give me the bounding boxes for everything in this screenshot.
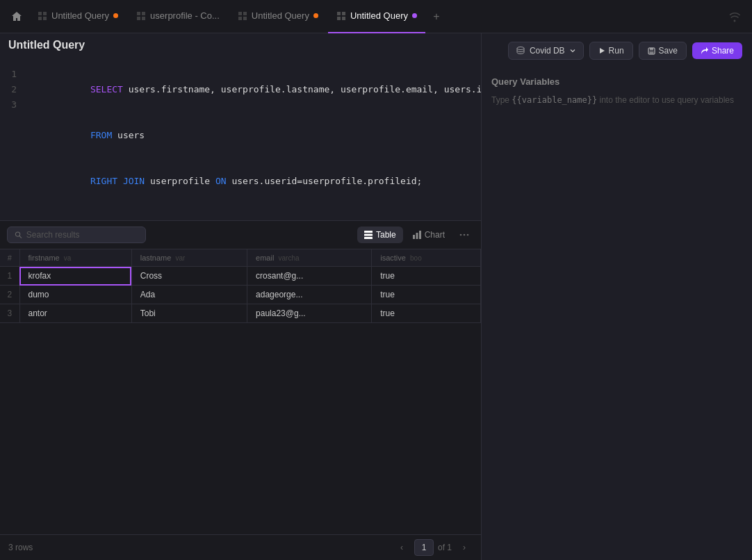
row-count: 3 rows bbox=[8, 543, 33, 552]
editor-area: Untitled Query 1 2 3 SELECT users.firstn… bbox=[0, 33, 481, 221]
tab-dot-4 bbox=[412, 13, 417, 18]
tab-dot-3 bbox=[313, 13, 318, 18]
chart-icon bbox=[413, 231, 421, 239]
run-button[interactable]: Run bbox=[589, 42, 633, 60]
cell-isactive[interactable]: true bbox=[372, 267, 481, 286]
line-number-1: 1 bbox=[0, 67, 17, 82]
save-icon bbox=[648, 47, 655, 55]
tab-untitled-query-4[interactable]: Untitled Query bbox=[328, 0, 425, 33]
grid-icon-1 bbox=[38, 11, 47, 21]
cell-firstname[interactable]: antor bbox=[19, 304, 131, 323]
svg-line-17 bbox=[19, 236, 22, 238]
svg-rect-22 bbox=[416, 233, 418, 239]
svg-rect-30 bbox=[650, 48, 653, 51]
tab-dot-1 bbox=[113, 13, 118, 18]
svg-point-24 bbox=[460, 234, 462, 236]
svg-rect-18 bbox=[364, 231, 373, 233]
svg-rect-19 bbox=[364, 234, 373, 236]
svg-rect-21 bbox=[413, 235, 415, 239]
tab-untitled-query-1[interactable]: Untitled Query bbox=[29, 0, 126, 33]
save-label: Save bbox=[659, 46, 678, 56]
share-icon bbox=[701, 47, 708, 55]
cell-email[interactable]: paula23@g... bbox=[247, 304, 372, 323]
cell-row-num: 2 bbox=[0, 286, 19, 304]
line-numbers: 1 2 3 bbox=[0, 61, 25, 220]
code-editor[interactable]: 1 2 3 SELECT users.firstname, userprofil… bbox=[0, 33, 481, 220]
cell-isactive[interactable]: true bbox=[372, 286, 481, 304]
cell-isactive[interactable]: true bbox=[372, 304, 481, 323]
svg-rect-6 bbox=[137, 17, 140, 20]
table-row: 1 krofax Cross crosant@g... true bbox=[0, 267, 481, 286]
cell-email[interactable]: adageorge... bbox=[247, 286, 372, 304]
col-header-isactive: isactive boo bbox=[372, 249, 481, 267]
svg-rect-7 bbox=[142, 17, 145, 20]
table-row: 2 dumo Ada adageorge... true bbox=[0, 286, 481, 304]
chevron-down-icon bbox=[569, 47, 576, 54]
svg-rect-1 bbox=[43, 12, 47, 15]
svg-rect-2 bbox=[38, 17, 42, 20]
pagination: ‹ 1 of 1 › bbox=[393, 539, 473, 556]
left-panel: Untitled Query 1 2 3 SELECT users.firstn… bbox=[0, 33, 481, 560]
svg-rect-23 bbox=[419, 231, 421, 239]
prev-page-button[interactable]: ‹ bbox=[393, 539, 410, 556]
table-view-button[interactable]: Table bbox=[357, 227, 403, 243]
svg-rect-9 bbox=[243, 12, 247, 15]
cell-firstname[interactable]: dumo bbox=[19, 286, 131, 304]
col-header-email: email varcha bbox=[247, 249, 372, 267]
save-button[interactable]: Save bbox=[639, 42, 687, 60]
line-number-2: 2 bbox=[0, 82, 17, 97]
col-header-num: # bbox=[0, 249, 19, 267]
db-icon bbox=[516, 46, 525, 56]
svg-rect-4 bbox=[137, 12, 140, 15]
cell-row-num: 1 bbox=[0, 267, 19, 286]
svg-point-27 bbox=[517, 47, 524, 50]
run-label: Run bbox=[609, 46, 624, 56]
chart-view-label: Chart bbox=[425, 230, 445, 240]
svg-point-25 bbox=[464, 234, 466, 236]
main-content: Untitled Query 1 2 3 SELECT users.firstn… bbox=[0, 33, 752, 560]
results-toolbar: Table Chart bbox=[0, 221, 481, 249]
share-button[interactable]: Share bbox=[692, 42, 742, 59]
search-icon bbox=[15, 231, 22, 239]
svg-rect-14 bbox=[337, 17, 341, 20]
new-tab-button[interactable]: + bbox=[427, 7, 446, 26]
search-input[interactable] bbox=[26, 230, 138, 240]
svg-rect-15 bbox=[342, 17, 345, 20]
home-button[interactable] bbox=[6, 6, 28, 28]
code-line-2: FROM users bbox=[25, 113, 481, 158]
results-footer: 3 rows ‹ 1 of 1 › bbox=[0, 534, 481, 560]
ellipsis-icon bbox=[459, 230, 469, 240]
cell-lastname[interactable]: Ada bbox=[131, 286, 247, 304]
code-line-3: RIGHT JOIN userprofile ON users.userid=u… bbox=[25, 158, 481, 204]
table-container[interactable]: # firstname va lastname var email varcha… bbox=[0, 249, 481, 534]
table-icon bbox=[364, 231, 373, 239]
code-line-1: SELECT users.firstname, userprofile.last… bbox=[25, 67, 481, 113]
next-page-button[interactable]: › bbox=[456, 539, 473, 556]
tab-untitled-query-3[interactable]: Untitled Query bbox=[229, 0, 327, 33]
tab-label-4: Untitled Query bbox=[350, 10, 408, 21]
tab-userprofile[interactable]: userprofile - Co... bbox=[128, 0, 228, 33]
tab-label-1: Untitled Query bbox=[51, 10, 109, 21]
svg-rect-13 bbox=[342, 12, 345, 15]
col-header-lastname: lastname var bbox=[131, 249, 247, 267]
chart-view-button[interactable]: Chart bbox=[406, 227, 452, 243]
code-content[interactable]: SELECT users.firstname, userprofile.last… bbox=[25, 61, 481, 220]
grid-icon-2 bbox=[136, 11, 146, 21]
play-icon bbox=[598, 47, 605, 54]
cell-lastname[interactable]: Tobi bbox=[131, 304, 247, 323]
search-box[interactable] bbox=[7, 227, 146, 243]
cell-lastname[interactable]: Cross bbox=[131, 267, 247, 286]
db-selector[interactable]: Covid DB bbox=[508, 42, 584, 60]
cell-email[interactable]: crosant@g... bbox=[247, 267, 372, 286]
svg-rect-8 bbox=[238, 12, 242, 15]
share-label: Share bbox=[712, 46, 734, 56]
cell-firstname[interactable]: krofax bbox=[19, 267, 131, 286]
page-title: Untitled Query bbox=[8, 39, 85, 51]
current-page: 1 bbox=[414, 539, 434, 556]
db-name: Covid DB bbox=[530, 46, 565, 56]
line-number-3: 3 bbox=[0, 97, 17, 113]
results-area: Table Chart bbox=[0, 221, 481, 560]
svg-rect-5 bbox=[142, 12, 145, 15]
more-options-button[interactable] bbox=[455, 225, 474, 245]
svg-rect-0 bbox=[38, 12, 42, 15]
